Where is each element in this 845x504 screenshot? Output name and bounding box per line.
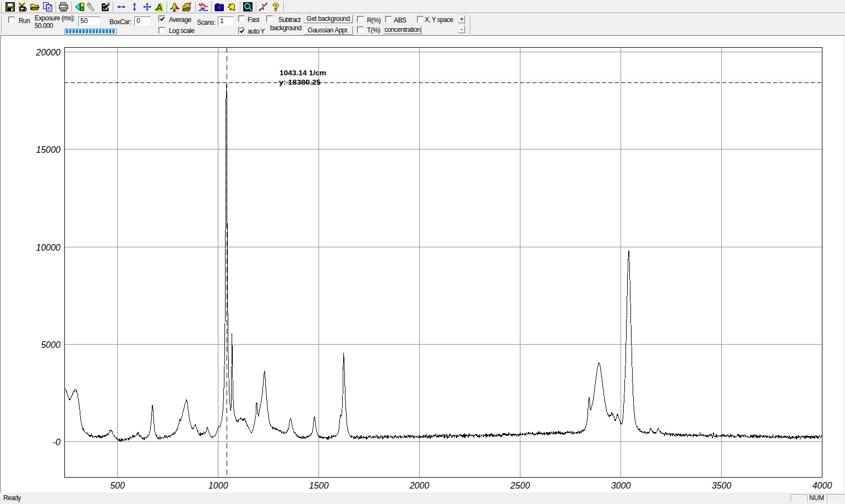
svg-text:1000: 1000 bbox=[208, 481, 228, 490]
svg-text:10000: 10000 bbox=[36, 243, 61, 252]
svg-text:20000: 20000 bbox=[36, 48, 61, 57]
svg-text:5000: 5000 bbox=[41, 340, 61, 350]
svg-text:3500: 3500 bbox=[712, 481, 732, 490]
svg-text:y: 18380.25: y: 18380.25 bbox=[279, 78, 321, 86]
svg-text:4000: 4000 bbox=[813, 481, 832, 490]
svg-text:2000: 2000 bbox=[409, 481, 430, 490]
svg-text:1500: 1500 bbox=[309, 481, 329, 490]
svg-text:3000: 3000 bbox=[611, 481, 631, 490]
svg-text:1043.14 1/cm: 1043.14 1/cm bbox=[279, 69, 326, 77]
svg-text:-0: -0 bbox=[53, 437, 61, 447]
svg-text:15000: 15000 bbox=[36, 145, 61, 154]
svg-text:500: 500 bbox=[110, 481, 125, 490]
svg-text:2500: 2500 bbox=[510, 481, 530, 490]
svg-text:?: ? bbox=[273, 2, 279, 12]
